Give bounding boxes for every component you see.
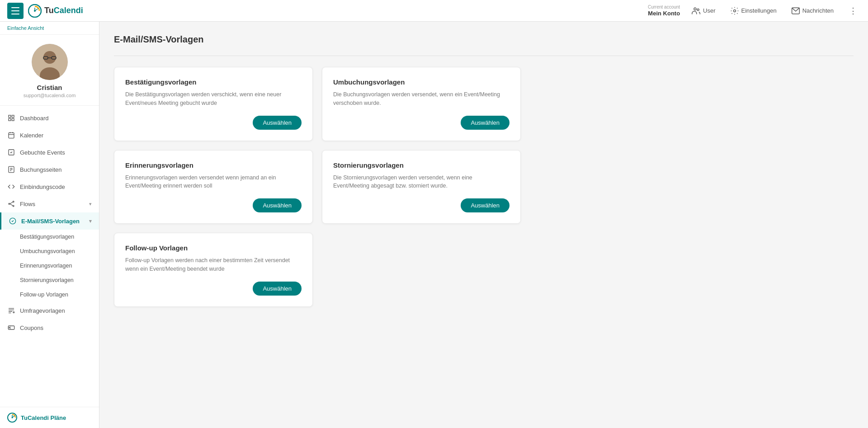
survey-icon xyxy=(7,306,15,315)
logo-area: TuCalendi xyxy=(28,4,83,18)
code-icon xyxy=(7,183,15,191)
flows-label: Flows xyxy=(20,201,35,207)
card-stornierungsvorlagen-title: Stornierungsvorlagen xyxy=(333,161,509,169)
select-bestatigungsvorlagen-button[interactable]: Auswählen xyxy=(253,116,302,130)
sidebar-sub-bestatigungsvorlagen[interactable]: Bestätigungsvorlagen xyxy=(0,230,99,244)
checkbox-icon xyxy=(7,148,15,156)
card-stornierungsvorlagen: Stornierungsvorlagen Die Stornierungsvor… xyxy=(322,150,521,224)
hamburger-button[interactable] xyxy=(7,3,24,19)
flows-chevron-icon: ▾ xyxy=(89,201,92,207)
nachrichten-nav-item[interactable]: Nachrichten xyxy=(788,5,836,17)
select-follow-up-button[interactable]: Auswählen xyxy=(253,282,302,296)
card-bestatigungsvorlagen-action: Auswählen xyxy=(125,116,302,130)
user-profile: Cristian support@tucalendi.com xyxy=(0,35,99,106)
dashboard-icon xyxy=(7,114,15,122)
svg-point-33 xyxy=(13,312,14,313)
content-divider xyxy=(114,56,854,56)
einfache-ansicht-link[interactable]: Einfache Ansicht xyxy=(0,22,99,35)
card-follow-up-action: Auswählen xyxy=(125,282,302,296)
page-title: E-Mail/SMS-Vorlagen xyxy=(114,34,854,45)
card-erinnerungsvorlagen-action: Auswählen xyxy=(125,198,302,212)
svg-line-30 xyxy=(10,202,13,204)
svg-point-36 xyxy=(9,327,10,328)
sidebar-item-email-sms-vorlagen[interactable]: E-Mail/SMS-Vorlagen ▾ xyxy=(0,212,99,230)
plans-label: TuCalendi Pläne xyxy=(21,414,66,421)
sidebar-bottom: TuCalendi Pläne xyxy=(0,407,99,428)
svg-point-6 xyxy=(733,9,736,12)
main-content: E-Mail/SMS-Vorlagen Bestätigungsvorlagen… xyxy=(99,22,868,428)
nachrichten-nav-label: Nachrichten xyxy=(802,7,834,14)
svg-line-31 xyxy=(10,204,13,206)
header-left: TuCalendi xyxy=(7,3,83,19)
svg-point-29 xyxy=(13,205,14,207)
user-name: Cristian xyxy=(37,84,62,91)
svg-point-27 xyxy=(9,203,10,205)
account-info: Current account Mein Konto xyxy=(648,5,680,17)
sidebar-sub-stornierungsvorlagen[interactable]: Stornierungsvorlagen xyxy=(0,273,99,287)
coupons-label: Coupons xyxy=(20,325,43,331)
einstellungen-nav-label: Einstellungen xyxy=(741,7,777,14)
card-follow-up-desc: Follow-up Vorlagen werden nach einer bes… xyxy=(125,256,302,273)
card-bestatigungsvorlagen-title: Bestätigungsvorlagen xyxy=(125,78,302,86)
calendar-icon xyxy=(7,131,15,139)
sidebar-sub-umbuchungsvorlagen[interactable]: Umbuchungsvorlagen xyxy=(0,244,99,259)
flows-icon xyxy=(7,200,15,208)
svg-rect-15 xyxy=(12,115,14,118)
einstellungen-nav-item[interactable]: Einstellungen xyxy=(727,5,779,17)
buchungsseiten-label: Buchungsseiten xyxy=(20,166,62,173)
card-follow-up-vorlagen: Follow-up Vorlagen Follow-up Vorlagen we… xyxy=(114,233,313,307)
sidebar-sub-follow-up-vorlagen[interactable]: Follow-up Vorlagen xyxy=(0,287,99,302)
card-erinnerungsvorlagen: Erinnerungsvorlagen Erinnerungsvorlagen … xyxy=(114,150,313,224)
einbindungscode-label: Einbindungscode xyxy=(20,183,65,190)
sidebar-item-buchungsseiten[interactable]: Buchungsseiten xyxy=(0,161,99,178)
email-sms-vorlagen-label: E-Mail/SMS-Vorlagen xyxy=(21,218,80,225)
select-stornierungsvorlagen-button[interactable]: Auswählen xyxy=(461,198,509,212)
svg-rect-16 xyxy=(9,118,11,121)
user-nav-label: User xyxy=(703,7,715,14)
user-email: support@tucalendi.com xyxy=(24,93,76,98)
page-icon xyxy=(7,165,15,174)
svg-rect-18 xyxy=(9,133,14,138)
avatar-image xyxy=(32,44,68,80)
mail-icon xyxy=(791,6,800,15)
card-erinnerungsvorlagen-desc: Erinnerungsvorlagen werden versendet wen… xyxy=(125,174,302,191)
card-umbuchungsvorlagen-desc: Die Buchungsvorlagen werden versendet, w… xyxy=(333,90,509,108)
sidebar-item-kalender[interactable]: Kalender xyxy=(0,127,99,144)
select-erinnerungsvorlagen-button[interactable]: Auswählen xyxy=(253,198,302,212)
sidebar: Einfache Ansicht Cristian support@tucale… xyxy=(0,22,99,428)
sidebar-item-umfragevorlagen[interactable]: Umfragevorlagen xyxy=(0,302,99,319)
card-bestatigungsvorlagen-desc: Die Bestätigungsvorlagen werden verschic… xyxy=(125,90,302,108)
plans-icon xyxy=(7,413,17,423)
header-right: Current account Mein Konto User Einstell… xyxy=(648,4,861,18)
svg-rect-17 xyxy=(12,118,14,121)
sidebar-item-gebuchte-events[interactable]: Gebuchte Events xyxy=(0,144,99,161)
select-umbuchungsvorlagen-button[interactable]: Auswählen xyxy=(461,116,509,130)
template-cards-grid: Bestätigungsvorlagen Die Bestätigungsvor… xyxy=(114,67,521,307)
logo-text: TuCalendi xyxy=(44,6,83,15)
user-nav-item[interactable]: User xyxy=(689,5,718,17)
main-layout: Einfache Ansicht Cristian support@tucale… xyxy=(0,22,868,428)
account-label: Current account xyxy=(648,5,680,10)
more-options-icon[interactable]: ⋮ xyxy=(845,4,861,18)
sidebar-item-coupons[interactable]: Coupons xyxy=(0,319,99,336)
card-bestatigungsvorlagen: Bestätigungsvorlagen Die Bestätigungsvor… xyxy=(114,67,313,141)
sidebar-item-dashboard[interactable]: Dashboard xyxy=(0,109,99,127)
user-group-icon xyxy=(692,6,701,15)
email-sms-chevron-icon: ▾ xyxy=(89,218,92,224)
account-name: Mein Konto xyxy=(648,10,680,17)
sidebar-item-flows[interactable]: Flows ▾ xyxy=(0,195,99,212)
avatar xyxy=(32,44,68,80)
sidebar-nav: Dashboard Kalender Gebu xyxy=(0,106,99,407)
svg-point-28 xyxy=(13,201,14,202)
svg-rect-14 xyxy=(9,115,11,118)
coupon-icon xyxy=(7,324,15,332)
sidebar-item-einbindungscode[interactable]: Einbindungscode xyxy=(0,178,99,195)
svg-line-2 xyxy=(35,9,38,11)
card-umbuchungsvorlagen: Umbuchungsvorlagen Die Buchungsvorlagen … xyxy=(322,67,521,141)
gear-icon xyxy=(730,6,739,15)
card-stornierungsvorlagen-desc: Die Stornierungsvorlagen werden versende… xyxy=(333,174,509,191)
tucalendi-plans-link[interactable]: TuCalendi Pläne xyxy=(7,413,92,423)
sidebar-sub-erinnerungsvorlagen[interactable]: Erinnerungsvorlagen xyxy=(0,259,99,273)
kalender-label: Kalender xyxy=(20,132,43,139)
svg-point-9 xyxy=(43,51,56,64)
